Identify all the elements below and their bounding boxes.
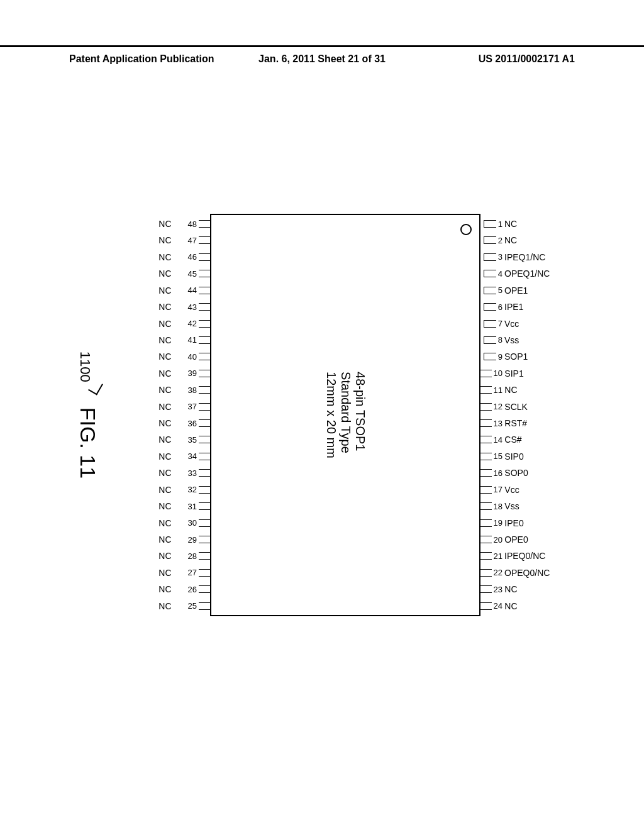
pin-label: OPE0 xyxy=(504,534,532,545)
pin: NC36 xyxy=(158,418,211,428)
pin-label: NC xyxy=(504,584,532,594)
pin-label: NC xyxy=(158,568,186,578)
pin-lead-icon xyxy=(199,486,211,494)
pin-lead-icon xyxy=(199,270,211,277)
pin: SOP016 xyxy=(479,468,532,478)
pin: IPEQ0/NC21 xyxy=(479,551,532,561)
pin-number: 33 xyxy=(188,468,197,478)
pin-lead-icon xyxy=(199,303,211,311)
chip-label-line2: Standard Type xyxy=(338,372,353,458)
pin-number: 16 xyxy=(494,468,502,478)
page: Patent Application Publication Jan. 6, 2… xyxy=(0,0,644,830)
pin-lead-icon xyxy=(484,303,496,311)
pin: NC43 xyxy=(158,302,211,312)
pin-strip-top: NC1NC2IPEQ1/NC3OPEQ1/NC4OPE15IPE16Vcc7Vs… xyxy=(479,215,532,615)
pin: Vss8 xyxy=(479,335,532,345)
pin: NC27 xyxy=(158,568,211,578)
pin-lead-icon xyxy=(479,370,492,377)
header-left: Patent Application Publication xyxy=(69,53,214,65)
pin-number: 11 xyxy=(494,385,502,395)
pin-label: SIP1 xyxy=(504,368,532,379)
pin-lead-icon xyxy=(484,236,496,244)
pin-label: NC xyxy=(158,335,186,345)
pin-lead-icon xyxy=(484,270,496,277)
pin-label: RST# xyxy=(504,418,532,428)
pin: NC26 xyxy=(158,584,211,594)
pin-lead-icon xyxy=(199,220,211,228)
pin1-indicator-icon xyxy=(460,224,472,235)
pin-number: 5 xyxy=(498,285,502,295)
pin-label: NC xyxy=(504,219,532,229)
pin-lead-icon xyxy=(484,320,496,328)
pin: SIP015 xyxy=(479,451,532,462)
reference-number: 1100 xyxy=(77,351,93,382)
header-right: US 2011/0002171 A1 xyxy=(479,53,575,65)
pin-lead-icon xyxy=(199,336,211,344)
pin-lead-icon xyxy=(479,602,492,610)
pin: NC38 xyxy=(158,385,211,395)
header-mid: Jan. 6, 2011 Sheet 21 of 31 xyxy=(258,53,386,65)
pin-number: 1 xyxy=(498,219,502,229)
pin: SCLK12 xyxy=(479,402,532,412)
pin-label: Vcc xyxy=(504,319,532,329)
pin-label: NC xyxy=(158,418,186,428)
pin-lead-icon xyxy=(199,419,211,427)
pin-label: NC xyxy=(158,368,186,379)
pin: NC31 xyxy=(158,501,211,511)
pin-label: NC xyxy=(158,468,186,478)
pin: NC40 xyxy=(158,351,211,362)
pin-label: NC xyxy=(504,235,532,245)
pin-label: NC xyxy=(158,434,186,445)
chip-outline: 48-pin TSOP1 Standard Type 12mm x 20 mm … xyxy=(210,214,480,616)
pin: Vss18 xyxy=(479,501,532,511)
figure-label: FIG. 11 xyxy=(75,407,100,479)
pin: NC33 xyxy=(158,468,211,478)
pin: SOP19 xyxy=(479,351,532,362)
pin-label: NC xyxy=(158,351,186,362)
pin: NC44 xyxy=(158,285,211,296)
pin-number: 34 xyxy=(188,451,197,461)
pin-label: NC xyxy=(158,485,186,495)
pin-number: 20 xyxy=(494,535,502,545)
pin-lead-icon xyxy=(484,253,496,261)
pin-number: 17 xyxy=(494,485,502,494)
pin-label: NC xyxy=(158,501,186,511)
pin-label: NC xyxy=(158,518,186,528)
pin: OPE15 xyxy=(479,285,532,296)
pin-label: NC xyxy=(158,219,186,229)
pin: NC41 xyxy=(158,335,211,345)
pin-lead-icon xyxy=(199,287,211,294)
pin-lead-icon xyxy=(199,569,211,577)
pin-number: 25 xyxy=(188,601,197,611)
pin-number: 48 xyxy=(188,219,197,229)
pin: IPE019 xyxy=(479,518,532,528)
pin: NC25 xyxy=(158,601,211,611)
pin-number: 36 xyxy=(188,419,197,428)
pin-lead-icon xyxy=(479,502,492,510)
pin-number: 9 xyxy=(498,352,502,362)
pin-lead-icon xyxy=(479,453,492,460)
pin-label: CS# xyxy=(504,434,532,445)
pin-label: IPEQ0/NC xyxy=(504,551,532,561)
figure-stage: 48-pin TSOP1 Standard Type 12mm x 20 mm … xyxy=(38,101,606,729)
pin-label: IPEQ1/NC xyxy=(504,252,532,262)
pin-lead-icon xyxy=(479,519,492,527)
pin: CS#14 xyxy=(479,434,532,445)
pin-lead-icon xyxy=(199,519,211,527)
pin-label: NC xyxy=(158,402,186,412)
pin-number: 23 xyxy=(494,585,502,594)
pin-lead-icon xyxy=(479,569,492,577)
pin-label: NC xyxy=(158,385,186,395)
pin-number: 24 xyxy=(494,601,502,611)
pin-number: 45 xyxy=(188,269,197,279)
pin: NC24 xyxy=(479,601,532,611)
pin-number: 39 xyxy=(188,368,197,378)
pin-number: 4 xyxy=(498,269,502,279)
pin-number: 21 xyxy=(494,551,502,561)
pin-label: NC xyxy=(158,268,186,279)
pin: IPE16 xyxy=(479,302,532,312)
pin-lead-icon xyxy=(479,403,492,411)
chip-label-line1: 48-pin TSOP1 xyxy=(353,372,367,458)
pin-number: 28 xyxy=(188,551,197,561)
pin-label: NC xyxy=(158,235,186,245)
